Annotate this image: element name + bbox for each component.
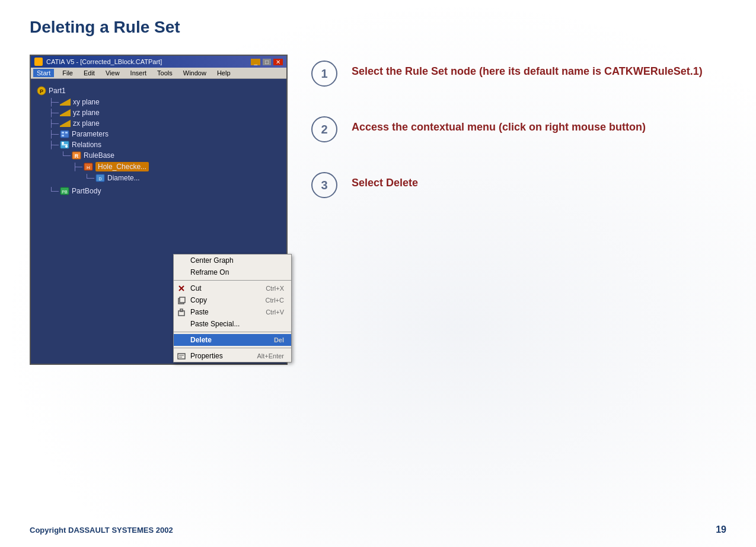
svg-rect-8 [62, 135, 64, 136]
catia-title-text: CATIA V5 - [Corrected_LBlock.CATPart] [46, 58, 162, 65]
svg-point-12 [65, 145, 68, 148]
ctx-cut-label: Cut [190, 284, 202, 292]
zxplane-label: zx plane [73, 119, 100, 128]
svg-rect-27 [178, 354, 185, 359]
catia-app-icon [34, 58, 43, 66]
ctx-separator-1 [174, 280, 291, 281]
step-3-text: Select Delete [352, 172, 418, 190]
menu-start[interactable]: Start [33, 69, 54, 77]
ctx-separator-3 [174, 348, 291, 348]
svg-marker-3 [60, 109, 71, 116]
xyplane-icon [60, 98, 71, 106]
catia-menubar: Start File Edit View Insert Tools Window… [31, 68, 286, 79]
yzplane-icon [60, 109, 71, 116]
paste-icon [177, 308, 186, 316]
svg-rect-7 [65, 132, 68, 133]
properties-icon [177, 352, 186, 360]
xyplane-label: xy plane [73, 98, 100, 106]
tree-item-part1[interactable]: P Part1 [37, 86, 280, 96]
ctx-reframe-on-label: Reframe On [190, 268, 229, 276]
svg-rect-6 [62, 132, 64, 133]
tree-item-diameter[interactable]: └─ D Diamete... [84, 174, 280, 182]
catia-minimize-btn[interactable]: _ [251, 59, 260, 65]
ctx-delete-label: Delete [190, 336, 212, 344]
hole-checker-icon: H [84, 163, 93, 171]
ctx-paste-special[interactable]: Paste Special... [174, 318, 291, 330]
tree-item-xyplane[interactable]: ├─ xy plane [49, 98, 280, 106]
ctx-copy-label: Copy [190, 296, 207, 304]
svg-text:PB: PB [62, 190, 68, 194]
svg-rect-24 [180, 297, 185, 303]
svg-text:P: P [40, 88, 43, 94]
tree-item-partbody[interactable]: └─ PB PartBody [49, 187, 280, 195]
instructions-panel: 1 Select the Rule Set node (here its def… [311, 55, 726, 198]
catia-restore-btn[interactable]: □ [263, 59, 271, 65]
menu-help[interactable]: Help [215, 69, 233, 77]
ctx-paste-special-label: Paste Special... [190, 320, 240, 328]
ctx-reframe-on[interactable]: Reframe On [174, 266, 291, 278]
instruction-step-1: 1 Select the Rule Set node (here its def… [311, 61, 726, 87]
step-2-circle: 2 [311, 116, 337, 142]
ctx-cut-shortcut: Ctrl+X [266, 285, 284, 292]
menu-tools[interactable]: Tools [155, 69, 175, 77]
ctx-properties-shortcut: Alt+Enter [257, 352, 284, 360]
svg-text:R: R [75, 153, 79, 159]
ctx-paste[interactable]: Paste Ctrl+V [174, 306, 291, 318]
ctx-separator-2 [174, 332, 291, 332]
menu-insert[interactable]: Insert [128, 69, 149, 77]
diameter-icon: D [95, 174, 105, 182]
footer-page-number: 19 [716, 524, 726, 535]
footer: Copyright DASSAULT SYSTEMES 2002 19 [30, 524, 726, 535]
copy-icon [177, 296, 186, 304]
svg-text:D: D [98, 177, 101, 181]
catia-close-btn[interactable]: ✕ [273, 59, 283, 65]
scissors-icon [177, 284, 186, 292]
instruction-step-3: 3 Select Delete [311, 172, 726, 198]
svg-marker-4 [60, 120, 71, 127]
ctx-delete-shortcut: Del [274, 336, 284, 344]
ctx-properties-label: Properties [190, 352, 223, 360]
menu-view[interactable]: View [103, 69, 122, 77]
svg-marker-2 [60, 98, 71, 106]
relations-label: Relations [72, 141, 101, 149]
catia-screenshot: CATIA V5 - [Corrected_LBlock.CATPart] _ … [30, 55, 288, 365]
ctx-copy[interactable]: Copy Ctrl+C [174, 294, 291, 306]
zxplane-icon [60, 120, 71, 127]
menu-window[interactable]: Window [181, 69, 209, 77]
part1-label: Part1 [49, 87, 66, 95]
footer-copyright: Copyright DASSAULT SYSTEMES 2002 [30, 526, 173, 535]
rulebase-icon: R [72, 151, 81, 160]
ctx-center-graph[interactable]: Center Graph [174, 255, 291, 266]
menu-edit[interactable]: Edit [81, 69, 97, 77]
step-2-text: Access the contextual menu (click on rig… [352, 116, 646, 135]
page-title: Deleting a Rule Set [30, 18, 726, 37]
tree-item-zxplane[interactable]: ├─ zx plane [49, 119, 280, 128]
ctx-delete[interactable]: Delete Del [174, 334, 291, 346]
tree-item-parameters[interactable]: ├─ Parameters [49, 130, 280, 138]
step-3-circle: 3 [311, 172, 337, 198]
tree-item-relations[interactable]: ├─ Relations [49, 141, 280, 149]
rulebase-label: RuleBase [84, 151, 114, 160]
parameters-icon [60, 130, 69, 138]
tree-item-hole-checker[interactable]: ├─ H Hole_Checke... [72, 162, 280, 171]
menu-file[interactable]: File [60, 69, 75, 77]
svg-point-11 [62, 142, 64, 144]
ctx-paste-label: Paste [190, 308, 209, 316]
tree-item-yzplane[interactable]: ├─ yz plane [49, 109, 280, 117]
step-1-circle: 1 [311, 61, 337, 87]
hole-checker-label: Hole_Checke... [95, 162, 149, 171]
ctx-cut[interactable]: Cut Ctrl+X [174, 282, 291, 294]
tree-item-rulebase[interactable]: └─ R RuleBase [60, 151, 280, 160]
ctx-center-graph-label: Center Graph [190, 256, 234, 265]
svg-rect-5 [60, 131, 69, 138]
partbody-label: PartBody [72, 187, 101, 195]
context-menu: Center Graph Reframe On Cut Ctrl+X [173, 254, 292, 362]
catia-tree: P Part1 ├─ xy plane ├─ [31, 79, 286, 364]
catia-titlebar: CATIA V5 - [Corrected_LBlock.CATPart] _ … [31, 56, 286, 68]
yzplane-label: yz plane [73, 109, 100, 117]
parameters-label: Parameters [72, 130, 109, 138]
instruction-step-2: 2 Access the contextual menu (click on r… [311, 116, 726, 142]
ctx-properties[interactable]: Properties Alt+Enter [174, 350, 291, 362]
svg-text:H: H [87, 165, 90, 170]
ctx-paste-shortcut: Ctrl+V [266, 309, 284, 316]
